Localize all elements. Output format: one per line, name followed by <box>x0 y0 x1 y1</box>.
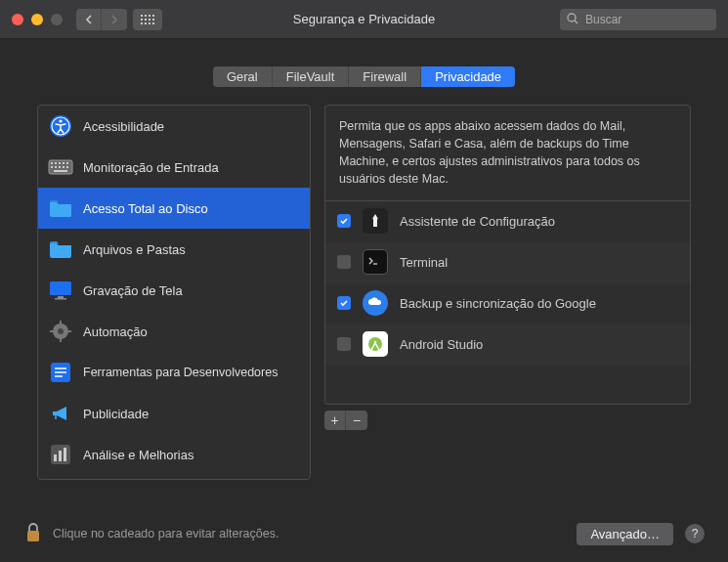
sidebar-item-label: Automação <box>83 324 148 339</box>
forward-button[interactable] <box>102 9 127 30</box>
svg-rect-8 <box>141 22 143 24</box>
help-button[interactable]: ? <box>685 524 705 543</box>
app-label: Backup e sincronização do Google <box>400 296 596 311</box>
folder-icon <box>48 237 73 262</box>
svg-rect-20 <box>59 162 61 164</box>
sidebar-item-automation[interactable]: Automação <box>38 311 310 352</box>
main-panel: Permita que os apps abaixo acessem dados… <box>324 105 691 480</box>
svg-rect-36 <box>50 330 54 332</box>
svg-rect-25 <box>59 166 61 168</box>
search-input[interactable] <box>560 9 716 30</box>
app-row[interactable]: Terminal <box>325 242 690 283</box>
back-button[interactable] <box>76 9 102 30</box>
svg-rect-18 <box>51 162 53 164</box>
svg-rect-9 <box>145 22 147 24</box>
svg-rect-23 <box>51 166 53 168</box>
app-row[interactable]: Backup e sincronização do Google <box>325 283 690 324</box>
google-backup-icon <box>363 290 388 316</box>
sidebar-item-files-folders[interactable]: Arquivos e Pastas <box>38 229 310 270</box>
advanced-button[interactable]: Avançado… <box>577 523 673 545</box>
add-button[interactable]: + <box>324 411 346 430</box>
app-row[interactable]: Android Studio <box>325 324 690 366</box>
svg-rect-11 <box>152 22 154 24</box>
sidebar-item-label: Monitoração de Entrada <box>83 160 219 175</box>
svg-rect-6 <box>149 19 150 21</box>
checkbox[interactable] <box>337 255 351 269</box>
app-row[interactable]: Assistente de Configuração <box>325 201 690 242</box>
svg-rect-24 <box>55 166 57 168</box>
svg-rect-2 <box>149 15 150 17</box>
folder-icon <box>48 195 73 221</box>
svg-rect-0 <box>141 15 143 17</box>
accessibility-icon <box>48 113 73 139</box>
tabs: Geral FileVault Firewall Privacidade <box>20 66 708 87</box>
window-title: Segurança e Privacidade <box>293 12 435 26</box>
app-label: Android Studio <box>400 337 483 352</box>
sidebar-item-label: Acesso Total ao Disco <box>83 201 208 216</box>
maximize-icon <box>51 14 63 25</box>
svg-rect-5 <box>145 19 147 21</box>
titlebar: Segurança e Privacidade <box>0 0 728 39</box>
svg-rect-3 <box>152 15 154 17</box>
svg-rect-41 <box>59 451 62 461</box>
app-list[interactable]: Assistente de Configuração Terminal Back… <box>324 201 691 366</box>
sidebar-item-label: Arquivos e Pastas <box>83 242 186 257</box>
svg-rect-30 <box>58 296 64 298</box>
megaphone-icon <box>48 401 73 426</box>
lock-text: Clique no cadeado para evitar alterações… <box>53 527 278 540</box>
nav-buttons <box>76 9 127 30</box>
sidebar-item-analytics[interactable]: Análise e Melhorias <box>38 434 310 475</box>
sidebar-item-full-disk-access[interactable]: Acesso Total ao Disco <box>38 188 310 229</box>
svg-rect-26 <box>63 166 64 168</box>
sidebar-item-label: Gravação de Tela <box>83 283 183 298</box>
remove-button[interactable]: − <box>346 411 367 430</box>
sidebar-item-advertising[interactable]: Publicidade <box>38 393 310 434</box>
sidebar-item-developer-tools[interactable]: Ferramentas para Desenvolvedores <box>38 352 310 393</box>
footer: Clique no cadeado para evitar alterações… <box>0 505 728 562</box>
svg-rect-7 <box>152 19 154 21</box>
lock-icon[interactable] <box>23 521 43 547</box>
sidebar-item-screen-recording[interactable]: Gravação de Tela <box>38 270 310 311</box>
search-icon <box>566 12 579 28</box>
setup-assistant-icon <box>363 208 388 234</box>
close-icon[interactable] <box>12 14 23 25</box>
info-text: Permita que os apps abaixo acessem dados… <box>324 105 691 201</box>
checkbox[interactable] <box>337 337 351 351</box>
checkbox[interactable] <box>337 296 351 310</box>
show-all-prefs-button[interactable] <box>133 9 162 30</box>
tools-icon <box>48 360 73 385</box>
app-list-spacer <box>324 366 691 405</box>
svg-rect-37 <box>67 330 71 332</box>
svg-point-33 <box>58 328 64 334</box>
android-studio-icon <box>363 331 388 357</box>
privacy-sidebar[interactable]: Acessibilidade Monitoração de Entrada Ac… <box>37 105 311 480</box>
sidebar-item-label: Acessibilidade <box>83 119 164 134</box>
svg-rect-40 <box>54 454 57 461</box>
svg-point-12 <box>568 14 576 22</box>
sidebar-item-label: Ferramentas para Desenvolvedores <box>83 366 278 379</box>
tab-filevault[interactable]: FileVault <box>273 66 350 87</box>
app-label: Terminal <box>400 255 448 270</box>
chart-icon <box>48 442 73 467</box>
svg-rect-42 <box>64 448 66 461</box>
app-label: Assistente de Configuração <box>400 214 555 229</box>
tab-geral[interactable]: Geral <box>213 66 273 87</box>
sidebar-item-label: Publicidade <box>83 407 149 421</box>
svg-point-46 <box>374 341 377 344</box>
keyboard-icon <box>48 154 73 180</box>
svg-rect-43 <box>373 219 377 227</box>
window-controls <box>12 14 63 25</box>
svg-rect-22 <box>66 162 68 164</box>
svg-rect-19 <box>55 162 57 164</box>
svg-rect-28 <box>54 170 67 172</box>
svg-rect-34 <box>60 321 62 324</box>
minimize-icon[interactable] <box>31 14 43 25</box>
svg-line-13 <box>575 21 578 23</box>
tab-firewall[interactable]: Firewall <box>349 66 421 87</box>
display-icon <box>48 278 73 303</box>
tab-privacidade[interactable]: Privacidade <box>421 66 515 87</box>
sidebar-item-accessibility[interactable]: Acessibilidade <box>38 106 310 147</box>
svg-rect-21 <box>63 162 64 164</box>
checkbox[interactable] <box>337 214 351 228</box>
sidebar-item-input-monitoring[interactable]: Monitoração de Entrada <box>38 147 310 188</box>
